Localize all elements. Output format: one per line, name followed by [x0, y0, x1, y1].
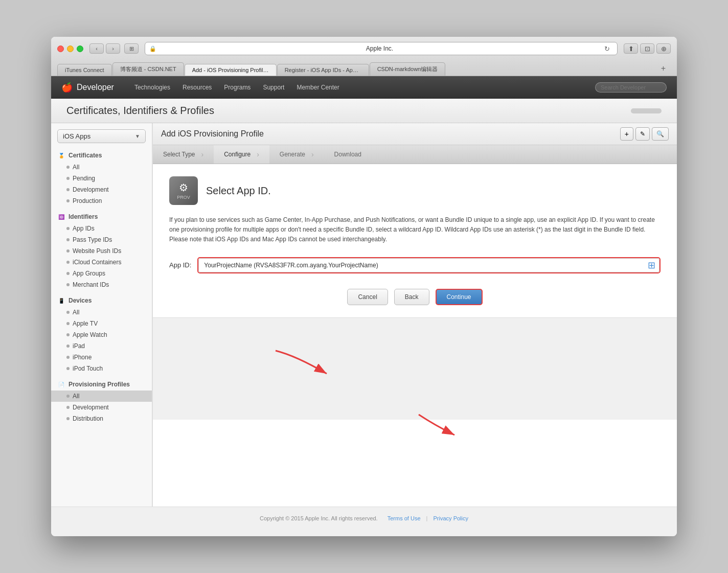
sidebar-item-devices-all[interactable]: All: [51, 307, 152, 318]
sidebar-item-cert-all[interactable]: All: [51, 162, 152, 173]
maximize-button[interactable]: [77, 45, 83, 52]
ios-apps-dropdown[interactable]: iOS Apps ▼: [57, 129, 146, 143]
content-area: Add iOS Provisioning Profile + ✎ 🔍 Selec…: [152, 123, 677, 507]
terms-of-use-link[interactable]: Terms of Use: [388, 515, 421, 521]
cancel-button[interactable]: Cancel: [347, 289, 388, 305]
close-button[interactable]: [57, 45, 64, 52]
apple-nav: 🍎 Developer Technologies Resources Progr…: [51, 76, 677, 99]
dot-icon: [66, 333, 70, 336]
sidebar-item-icloud-containers[interactable]: iCloud Containers: [51, 257, 152, 268]
step-arrow-icon: ›: [257, 150, 259, 158]
nav-support[interactable]: Support: [263, 84, 284, 91]
dot-icon: [66, 199, 70, 202]
steps-bar: Select Type › Configure › Generate › Dow…: [153, 145, 677, 164]
step-generate[interactable]: Generate ›: [269, 145, 324, 164]
nav-buttons: ‹ ›: [89, 43, 120, 54]
dot-icon: [66, 261, 70, 264]
search-button[interactable]: 🔍: [652, 127, 669, 141]
sidebar-item-website-push-ids[interactable]: Website Push IDs: [51, 245, 152, 257]
prov-icon-label: PROV: [177, 195, 190, 200]
prov-icon: ⚙ PROV: [169, 176, 198, 205]
tab-view-button[interactable]: ⊞: [124, 43, 139, 54]
edit-button[interactable]: ✎: [635, 127, 650, 141]
nav-resources[interactable]: Resources: [183, 84, 212, 91]
dot-icon: [66, 283, 70, 286]
dot-icon: [66, 227, 70, 230]
extensions-button[interactable]: ⊕: [656, 43, 671, 54]
scrollbar-thumb: [631, 108, 662, 113]
dropdown-label: iOS Apps: [63, 132, 90, 140]
sidebar-item-iphone[interactable]: iPhone: [51, 352, 152, 363]
sidebar-section-certificates: 🏅 Certificates All Pending Development P…: [51, 149, 152, 207]
app-id-select-wrapper: YourProjectName (RVSA8S3F7R.com.ayang.Yo…: [197, 257, 661, 273]
nav-member-center[interactable]: Member Center: [297, 84, 339, 91]
tab-markdown[interactable]: CSDN-markdown编辑器: [370, 62, 446, 76]
page-content: 🍎 Developer Technologies Resources Progr…: [51, 76, 677, 536]
tab-provisioning[interactable]: Add - iOS Provisioning Profiles - Appl..…: [185, 64, 277, 76]
dot-icon: [66, 345, 70, 348]
dot-icon: [66, 406, 70, 409]
sidebar-item-ipod-touch[interactable]: iPod Touch: [51, 363, 152, 374]
dot-icon: [66, 272, 70, 275]
sidebar-item-cert-development[interactable]: Development: [51, 184, 152, 195]
nav-programs[interactable]: Programs: [224, 84, 251, 91]
section-title-row: ⚙ PROV Select App ID.: [169, 176, 661, 205]
sidebar-item-cert-pending[interactable]: Pending: [51, 173, 152, 184]
sidebar-item-ipad[interactable]: iPad: [51, 340, 152, 352]
new-tab-button[interactable]: +: [656, 61, 671, 76]
sidebar-item-apple-tv[interactable]: Apple TV: [51, 318, 152, 329]
address-bar[interactable]: 🔒 Apple Inc. ↻: [145, 42, 618, 55]
dot-icon: [66, 322, 70, 325]
sidebar-item-profiles-all[interactable]: All: [51, 391, 152, 402]
tab-itunes[interactable]: iTunes Connect: [57, 64, 112, 76]
share-button[interactable]: ⬆: [624, 43, 638, 54]
sidebar-item-pass-type-ids[interactable]: Pass Type IDs: [51, 234, 152, 245]
title-bar: ‹ › ⊞ 🔒 Apple Inc. ↻ ⬆ ⊡ ⊕ iTunes Connec…: [51, 37, 677, 76]
sidebar-section-identifiers: 🆔 Identifiers App IDs Pass Type IDs Webs…: [51, 211, 152, 290]
step-configure[interactable]: Configure ›: [214, 145, 269, 164]
main-layout: iOS Apps ▼ 🏅 Certificates All Pending De…: [51, 123, 677, 507]
sidebar-item-apple-watch[interactable]: Apple Watch: [51, 329, 152, 340]
traffic-lights: [57, 45, 83, 52]
reading-list-button[interactable]: ⊡: [640, 43, 654, 54]
forward-button[interactable]: ›: [106, 43, 120, 54]
sidebar-item-profiles-distribution[interactable]: Distribution: [51, 413, 152, 424]
privacy-policy-link[interactable]: Privacy Policy: [434, 515, 468, 521]
sidebar: iOS Apps ▼ 🏅 Certificates All Pending De…: [51, 123, 152, 507]
chevron-down-icon: ▼: [135, 133, 140, 139]
reload-button[interactable]: ↻: [601, 43, 613, 54]
address-text: Apple Inc.: [158, 45, 601, 52]
back-button[interactable]: ‹: [89, 43, 104, 54]
page-header: Certificates, Identifiers & Profiles: [51, 99, 677, 123]
action-buttons: Cancel Back Continue: [169, 289, 661, 305]
step-select-type[interactable]: Select Type ›: [153, 145, 214, 164]
dot-icon: [66, 417, 70, 420]
add-button[interactable]: +: [620, 127, 633, 141]
sidebar-item-app-ids[interactable]: App IDs: [51, 223, 152, 234]
tab-csdn[interactable]: 博客频道 - CSDN.NET: [112, 62, 184, 76]
sidebar-item-merchant-ids[interactable]: Merchant IDs: [51, 279, 152, 290]
continue-button[interactable]: Continue: [436, 289, 483, 305]
dot-icon: [66, 356, 70, 359]
id-icon: 🆔: [57, 213, 65, 221]
app-id-select[interactable]: YourProjectName (RVSA8S3F7R.com.ayang.Yo…: [198, 258, 659, 272]
sidebar-item-cert-production[interactable]: Production: [51, 195, 152, 207]
sidebar-section-profiles: 📄 Provisioning Profiles All Development …: [51, 378, 152, 424]
minimize-button[interactable]: [67, 45, 74, 52]
content-body-wrapper: ⚙ PROV Select App ID. If you plan to use…: [153, 164, 677, 420]
footer: Copyright © 2015 Apple Inc. All rights r…: [51, 507, 677, 530]
content-toolbar: + ✎ 🔍: [620, 127, 669, 141]
dot-icon: [66, 188, 70, 191]
tabs-row: iTunes Connect 博客频道 - CSDN.NET Add - iOS…: [57, 59, 671, 76]
back-button[interactable]: Back: [394, 289, 429, 305]
dot-icon: [66, 249, 70, 253]
certificate-icon: 🏅: [57, 151, 65, 159]
nav-technologies[interactable]: Technologies: [134, 84, 170, 91]
nav-links: Technologies Resources Programs Support …: [134, 84, 595, 91]
tab-register[interactable]: Register - iOS App IDs - Apple Developer: [277, 64, 369, 76]
search-input[interactable]: [595, 82, 667, 93]
dot-icon: [66, 311, 70, 314]
step-download[interactable]: Download: [324, 145, 372, 164]
sidebar-item-profiles-development[interactable]: Development: [51, 402, 152, 413]
sidebar-item-app-groups[interactable]: App Groups: [51, 268, 152, 279]
